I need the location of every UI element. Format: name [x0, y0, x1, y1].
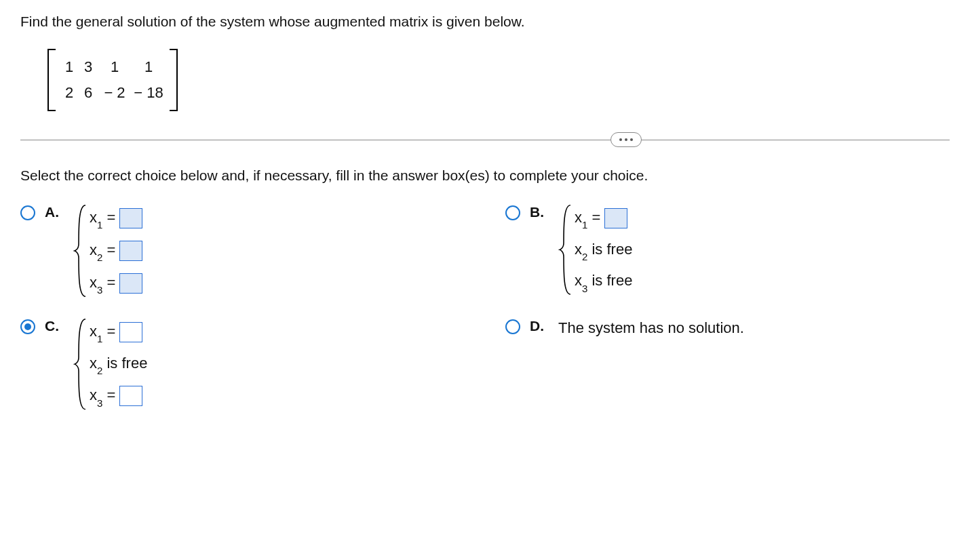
radio-c[interactable]: [20, 319, 35, 334]
more-icon[interactable]: [610, 132, 642, 147]
matrix-cell: 1: [98, 54, 132, 80]
radio-a[interactable]: [20, 205, 35, 220]
question-text: Find the general solution of the system …: [20, 14, 950, 30]
instruction-text: Select the correct choice below and, if …: [20, 167, 950, 184]
matrix-row: 1 3 1 1: [60, 54, 166, 80]
equation-line: x1 =: [575, 208, 632, 228]
matrix-row: 2 6 − 2 − 18: [60, 80, 166, 106]
equation-line: x1 =: [90, 322, 147, 342]
brace-icon: [558, 204, 572, 296]
choice-c: C. x1 = x2 is free x3 =: [20, 318, 465, 410]
divider: [20, 140, 950, 140]
equation-line: x3 =: [90, 273, 142, 294]
equation-line: x2 =: [90, 241, 142, 261]
matrix-cell: 1: [60, 54, 79, 80]
augmented-matrix: 1 3 1 1 2 6 − 2 − 18: [47, 49, 178, 111]
equation-line: x3 is free: [575, 272, 632, 291]
answer-input-c1[interactable]: [119, 322, 142, 342]
matrix-bracket-right: [170, 49, 178, 111]
equation-line: x2 is free: [90, 355, 147, 374]
matrix-cell: 1: [132, 54, 166, 80]
choice-label: C.: [45, 318, 64, 334]
matrix-bracket-left: [47, 49, 56, 111]
choices-grid: A. x1 = x2 = x3 =: [20, 204, 950, 410]
answer-input-a2[interactable]: [119, 241, 142, 261]
matrix-cell: 2: [60, 80, 79, 106]
answer-input-a1[interactable]: [119, 208, 142, 228]
brace-icon: [73, 204, 87, 298]
equation-line: x3 =: [90, 386, 147, 406]
choice-label: A.: [45, 204, 64, 220]
radio-b[interactable]: [505, 205, 520, 220]
choice-label: D.: [530, 318, 549, 334]
matrix-cell: − 2: [98, 80, 132, 106]
answer-input-a3[interactable]: [119, 273, 142, 294]
answer-input-b1[interactable]: [604, 208, 627, 228]
choice-d: D. The system has no solution.: [505, 318, 950, 410]
matrix-cell: − 18: [132, 80, 166, 106]
matrix-cell: 6: [79, 80, 98, 106]
equation-line: x1 =: [90, 208, 142, 228]
equation-line: x2 is free: [575, 241, 632, 260]
brace-icon: [73, 318, 87, 410]
radio-d[interactable]: [505, 319, 520, 334]
matrix-cell: 3: [79, 54, 98, 80]
choice-a: A. x1 = x2 = x3 =: [20, 204, 465, 298]
choice-b: B. x1 = x2 is free x3 is free: [505, 204, 950, 298]
choice-d-text: The system has no solution.: [558, 318, 744, 337]
choice-label: B.: [530, 204, 549, 220]
answer-input-c3[interactable]: [119, 386, 142, 406]
